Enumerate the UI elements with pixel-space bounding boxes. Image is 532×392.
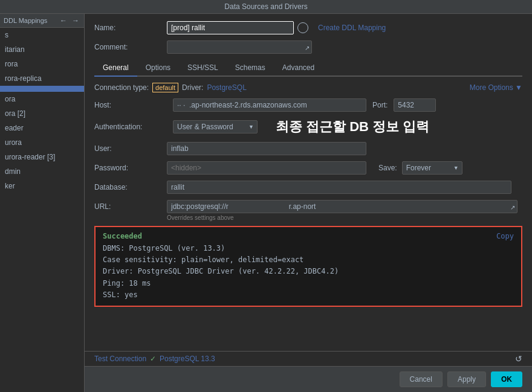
port-label: Port:	[372, 101, 388, 109]
sidebar-top-bar: DDL Mappings ← →	[0, 14, 84, 28]
title-bar: Data Sources and Drivers	[0, 0, 532, 14]
auth-select[interactable]: User & Password pgpass No auth	[173, 120, 258, 133]
comment-input[interactable]	[167, 40, 312, 54]
content-area: DDL Mappings ← → s itarian rora rora-rep…	[0, 14, 532, 392]
ddl-mappings-label: DDL Mappings	[4, 17, 47, 24]
connection-type-row: Connection type: default Driver: Postgre…	[94, 83, 522, 92]
ok-button[interactable]: OK	[491, 371, 522, 387]
password-input[interactable]	[167, 161, 366, 175]
copy-button[interactable]: Copy	[496, 232, 514, 240]
refresh-icon[interactable]: ↺	[515, 354, 522, 364]
main-container: Data Sources and Drivers DDL Mappings ← …	[0, 0, 532, 392]
pg-version-text: PostgreSQL 13.3	[160, 355, 215, 363]
result-line-1: DBMS: PostgreSQL (ver. 13.3)	[103, 243, 514, 254]
password-label: Password:	[94, 164, 167, 172]
connection-type-value: default	[152, 83, 178, 92]
sidebar-item-rora[interactable]: rora	[0, 57, 84, 71]
korean-text: 최종 접근할 DB 정보 입력	[276, 118, 429, 136]
title-text: Data Sources and Drivers	[224, 2, 307, 11]
bottom-bar: Cancel Apply OK	[85, 366, 532, 392]
sidebar-item-urora[interactable]: urora	[0, 135, 84, 150]
name-row: Name: Create DDL Mapping	[94, 21, 522, 34]
host-label: Host:	[94, 101, 167, 109]
save-select[interactable]: Forever Until restart Never	[402, 161, 462, 175]
password-row: Password: Save: Forever Until restart Ne…	[94, 161, 522, 175]
sidebar-item-active[interactable]	[0, 86, 84, 92]
nav-arrows: ← →	[59, 16, 80, 25]
result-line-4: Ping: 18 ms	[103, 278, 514, 289]
sidebar-item-dmin[interactable]: dmin	[0, 164, 84, 179]
name-label: Name:	[94, 24, 167, 32]
name-input[interactable]	[167, 21, 294, 34]
port-input[interactable]	[394, 98, 436, 112]
result-box-header: Succeeded Copy	[103, 232, 514, 240]
result-line-3: Driver: PostgreSQL JDBC Driver (ver. 42.…	[103, 266, 514, 277]
sidebar-item-ora2[interactable]: ora [2]	[0, 106, 84, 121]
main-panel: Name: Create DDL Mapping Comment: ↗ Gene…	[85, 14, 532, 392]
sidebar-item-rora-replica[interactable]: rora-replica	[0, 71, 84, 86]
auth-row: Authentication: User & Password pgpass N…	[94, 118, 522, 136]
tab-advanced[interactable]: Advanced	[274, 60, 323, 77]
url-expand-icon: ↗	[510, 204, 515, 211]
result-line-5: SSL: yes	[103, 289, 514, 301]
result-box: Succeeded Copy DBMS: PostgreSQL (ver. 13…	[94, 226, 522, 307]
driver-label: Driver:	[182, 83, 203, 92]
test-connection-link[interactable]: Test Connection	[94, 355, 146, 363]
expand-comment-icon: ↗	[305, 45, 310, 51]
tab-schemas[interactable]: Schemas	[227, 60, 274, 77]
check-icon: ✓	[150, 355, 156, 363]
tab-ssh-ssl[interactable]: SSH/SSL	[179, 60, 227, 77]
database-label: Database:	[94, 183, 167, 191]
save-label: Save:	[378, 164, 397, 172]
user-input[interactable]	[167, 142, 366, 155]
sidebar: DDL Mappings ← → s itarian rora rora-rep…	[0, 14, 85, 392]
user-row: User:	[94, 142, 522, 155]
url-input-wrapper: ↗	[167, 200, 517, 213]
connection-type-label: Connection type:	[94, 83, 149, 92]
tab-general[interactable]: General	[94, 60, 137, 77]
tab-options[interactable]: Options	[137, 60, 179, 77]
nav-back-button[interactable]: ←	[59, 16, 68, 25]
sidebar-item-eader[interactable]: eader	[0, 121, 84, 135]
result-line-2: Case sensitivity: plain=lower, delimited…	[103, 254, 514, 266]
url-input[interactable]	[167, 200, 517, 213]
auth-select-wrapper: User & Password pgpass No auth	[173, 120, 258, 133]
form-area: Name: Create DDL Mapping Comment: ↗ Gene…	[85, 14, 532, 351]
cancel-button[interactable]: Cancel	[400, 371, 443, 387]
database-row: Database:	[94, 181, 522, 194]
apply-button[interactable]: Apply	[447, 371, 486, 387]
user-label: User:	[94, 144, 167, 153]
create-ddl-link[interactable]: Create DDL Mapping	[318, 24, 386, 32]
overrides-text: Overrides settings above	[167, 214, 522, 221]
auth-label: Authentication:	[94, 123, 167, 131]
sidebar-item-urora-reader3[interactable]: urora-reader [3]	[0, 150, 84, 164]
save-row: Save: Forever Until restart Never	[378, 161, 467, 175]
url-row: URL: ↗	[94, 200, 522, 213]
sidebar-item-s[interactable]: s	[0, 28, 84, 42]
test-connection-bar: Test Connection ✓ PostgreSQL 13.3 ↺	[85, 351, 532, 366]
driver-value: PostgreSQL	[207, 83, 246, 92]
tabs-row: General Options SSH/SSL Schemas Advanced	[94, 60, 522, 77]
more-options-link[interactable]: More Options ▼	[470, 83, 522, 92]
connection-type-left: Connection type: default Driver: Postgre…	[94, 83, 247, 92]
sidebar-item-ora[interactable]: ora	[0, 92, 84, 106]
comment-label: Comment:	[94, 43, 167, 51]
host-input[interactable]	[173, 98, 366, 112]
succeeded-text: Succeeded	[103, 232, 142, 240]
test-connection-left: Test Connection ✓ PostgreSQL 13.3	[94, 355, 215, 363]
nav-forward-button[interactable]: →	[71, 16, 80, 25]
database-input[interactable]	[167, 181, 511, 194]
save-select-wrapper: Forever Until restart Never	[402, 161, 462, 175]
comment-row: Comment: ↗	[94, 40, 522, 54]
sidebar-item-ker[interactable]: ker	[0, 179, 84, 193]
circle-icon	[297, 22, 308, 33]
url-label: URL:	[94, 202, 167, 211]
sidebar-item-itarian[interactable]: itarian	[0, 42, 84, 57]
host-row: Host: Port:	[94, 98, 522, 112]
